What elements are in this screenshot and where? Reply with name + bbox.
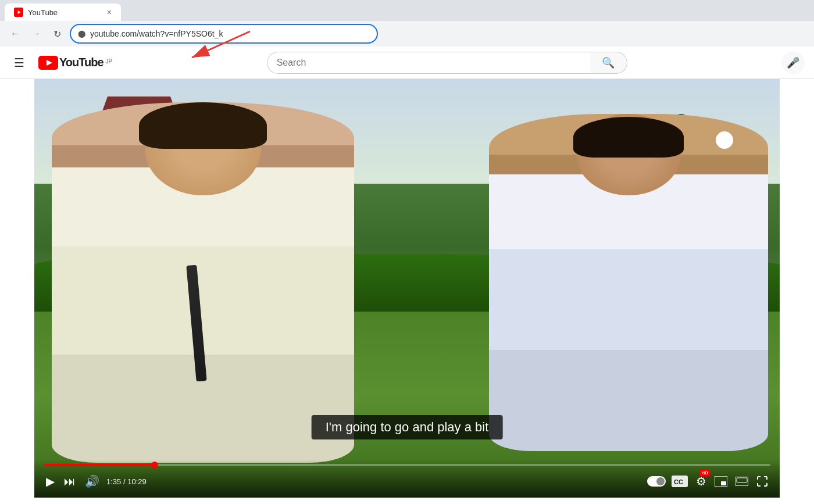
security-icon: ⬤ — [78, 30, 85, 38]
svg-rect-10 — [737, 478, 747, 482]
youtube-logo-region: JP — [106, 58, 113, 65]
youtube-favicon-icon — [14, 8, 23, 17]
search-button[interactable]: 🔍 — [590, 52, 627, 74]
address-bar-container[interactable]: ⬤ — [70, 24, 378, 44]
theater-button[interactable] — [733, 474, 751, 488]
svg-text:CC: CC — [674, 478, 683, 485]
search-input[interactable] — [267, 52, 590, 74]
reload-button[interactable]: ↻ — [49, 26, 65, 42]
fullscreen-button[interactable] — [754, 473, 770, 489]
person-left — [52, 102, 354, 463]
next-button[interactable]: ⏭ — [62, 473, 78, 491]
settings-button[interactable]: ⚙ HD — [694, 472, 709, 491]
hamburger-menu-button[interactable]: ☰ — [9, 51, 29, 74]
autoplay-control[interactable] — [647, 476, 666, 487]
search-bar: 🔍 — [267, 52, 627, 74]
progress-dot — [151, 462, 158, 469]
volume-button[interactable]: 🔊 — [83, 472, 102, 491]
autoplay-toggle[interactable] — [647, 476, 666, 487]
cc-icon: CC — [672, 476, 688, 487]
nav-bar: ← → ↻ ⬤ — [0, 21, 814, 47]
video-player[interactable]: I'm going to go and play a bit ▶ ⏭ 🔊 1:3… — [34, 79, 780, 498]
active-tab[interactable]: YouTube × — [5, 3, 121, 21]
volume-icon: 🔊 — [85, 474, 99, 488]
youtube-header: ☰ YouTube JP 🔍 🎤 — [0, 47, 814, 79]
tab-bar: YouTube × — [0, 0, 814, 21]
total-time: 10:29 — [127, 477, 147, 486]
hair-accessory — [716, 131, 733, 149]
back-button[interactable]: ← — [7, 26, 23, 42]
play-icon: ▶ — [46, 474, 55, 488]
forward-button[interactable]: → — [28, 26, 44, 42]
current-time: 1:35 — [106, 477, 121, 486]
play-pause-button[interactable]: ▶ — [44, 472, 57, 491]
miniplayer-icon — [715, 476, 727, 487]
header-right-controls: 🎤 — [781, 51, 805, 74]
search-container: 🔍 — [122, 52, 772, 74]
settings-icon: ⚙ — [696, 474, 706, 488]
youtube-logo[interactable]: YouTube JP — [38, 56, 112, 70]
cc-button[interactable]: CC — [669, 473, 690, 489]
address-bar-input[interactable] — [90, 29, 370, 38]
progress-bar[interactable] — [44, 464, 770, 466]
youtube-logo-icon — [38, 56, 58, 70]
tab-title: YouTube — [28, 8, 58, 17]
controls-row: ▶ ⏭ 🔊 1:35 / 10:29 — [44, 472, 770, 491]
browser-chrome: YouTube × ← → ↻ ⬤ — [0, 0, 814, 47]
miniplayer-button[interactable] — [712, 474, 730, 489]
hd-badge: HD — [699, 470, 710, 476]
tab-close-button[interactable]: × — [107, 8, 112, 17]
microphone-button[interactable]: 🎤 — [781, 51, 805, 74]
next-icon: ⏭ — [64, 475, 76, 488]
person-left-hair — [139, 102, 267, 149]
time-display: 1:35 / 10:29 — [106, 477, 147, 486]
mic-icon: 🎤 — [787, 56, 799, 69]
subtitle-text: I'm going to go and play a bit — [312, 415, 503, 439]
progress-fill — [44, 464, 155, 466]
video-controls-overlay: ▶ ⏭ 🔊 1:35 / 10:29 — [34, 459, 780, 498]
svg-rect-8 — [721, 481, 726, 485]
fullscreen-icon — [756, 476, 768, 487]
search-icon: 🔍 — [602, 56, 615, 69]
youtube-logo-text: YouTube — [59, 56, 103, 69]
person-right — [489, 114, 768, 451]
theater-icon — [736, 477, 748, 486]
person-right-hair — [573, 117, 684, 158]
controls-right: CC ⚙ HD — [647, 472, 770, 491]
